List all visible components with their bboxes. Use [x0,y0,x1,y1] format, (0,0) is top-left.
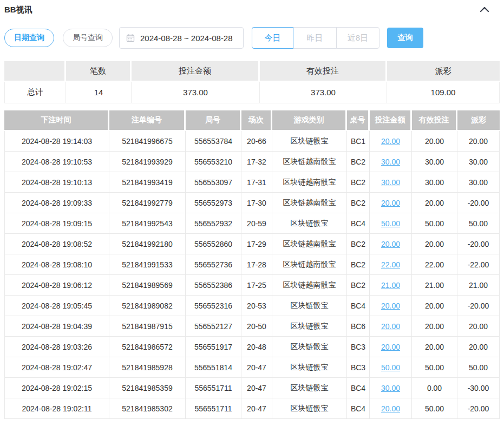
bet-amount-link[interactable]: 20.00 [381,322,400,331]
col-header-round-no: 局号 [186,110,241,131]
cell-bet-amount: 20.00 [370,234,412,254]
page-title: BB视讯 [4,3,32,15]
cell-session: 20-47 [241,398,272,419]
range-today-button[interactable]: 今日 [252,27,293,49]
cell-valid-bet: 22.00 [412,254,457,275]
cell-order-no: 521841992180 [109,234,186,254]
bet-amount-link[interactable]: 30.00 [381,158,400,166]
cell-payout: 21.00 [457,275,500,296]
cell-table-no: BC4 [347,378,370,398]
cell-valid-bet: 50.00 [412,398,457,419]
cell-valid-bet: 21.00 [412,275,457,296]
table-row: 2024-08-28 19:10:13 521841993419 5565530… [4,172,500,193]
summary-total-label: 总计 [4,82,66,103]
cell-table-no: BC1 [347,131,370,152]
bet-amount-link[interactable]: 30.00 [381,384,400,392]
bet-amount-link[interactable]: 21.00 [381,281,400,290]
bet-amount-link[interactable]: 20.00 [381,343,400,351]
table-row: 2024-08-28 19:06:12 521841989569 5565523… [4,275,500,296]
cell-bet-amount: 30.00 [370,378,412,398]
cell-order-no: 521841987915 [109,316,186,337]
cell-game-type: 区块链骰宝 [272,398,347,419]
cell-game-type: 区块链越南骰宝 [272,152,347,172]
summary-col-empty [4,61,66,82]
cell-game-type: 区块链骰宝 [272,213,347,234]
bet-amount-link[interactable]: 30.00 [381,178,400,187]
cell-session: 17-25 [241,275,272,296]
bet-table-body: 2024-08-28 19:14:03 521841996675 5565537… [4,131,500,419]
cell-payout: -20.00 [457,398,500,419]
cell-bet-amount: 30.00 [370,172,412,193]
table-row: 2024-08-28 19:14:03 521841996675 5565537… [4,131,500,152]
cell-table-no: BC2 [347,152,370,172]
cell-order-no: 521841989082 [109,296,186,316]
cell-payout: 20.00 [457,316,500,337]
cell-session: 17-30 [241,193,272,213]
range-last8days-button[interactable]: 近8日 [336,27,379,49]
cell-table-no: BC4 [347,213,370,234]
cell-game-type: 区块链骰宝 [272,316,347,337]
table-row: 2024-08-28 19:09:33 521841992779 5565529… [4,193,500,213]
cell-order-no: 521841992779 [109,193,186,213]
col-header-bet-time: 下注时间 [4,110,109,131]
tab-date-query[interactable]: 日期查询 [4,29,54,47]
cell-session: 20-59 [241,213,272,234]
chevron-up-icon [479,6,490,15]
summary-header-row: 笔数 投注金额 有效投注 派彩 [4,61,500,82]
cell-round-no: 556553097 [186,172,241,193]
col-header-valid-bet: 有效投注 [412,110,457,131]
cell-payout: -30.00 [457,378,500,398]
bet-amount-link[interactable]: 20.00 [381,302,400,310]
cell-payout: -20.00 [457,296,500,316]
bet-amount-link[interactable]: 20.00 [381,240,400,248]
cell-table-no: BC4 [347,296,370,316]
table-row: 2024-08-28 19:04:39 521841987915 5565521… [4,316,500,337]
cell-order-no: 521841985359 [109,378,186,398]
cell-session: 17-29 [241,234,272,254]
cell-order-no: 521841993419 [109,172,186,193]
quick-range-group: 今日 昨日 近8日 [252,27,379,49]
cell-round-no: 556551711 [186,398,241,419]
date-range-input[interactable]: 2024-08-28 ~ 2024-08-28 [119,27,244,49]
cell-bet-amount: 50.00 [370,357,412,378]
summary-table: 笔数 投注金额 有效投注 派彩 总计 14 373.00 373.00 109.… [4,61,500,103]
bet-amount-link[interactable]: 20.00 [381,199,400,207]
cell-session: 20-50 [241,316,272,337]
cell-table-no: BC2 [347,172,370,193]
cell-payout: -20.00 [457,193,500,213]
cell-game-type: 区块链越南骰宝 [272,254,347,275]
bet-table-header-row: 下注时间 注单编号 局号 场次 游戏类别 桌号 投注金额 有效投注 派彩 [4,110,500,131]
summary-col-bet-amount: 投注金额 [132,61,260,82]
cell-round-no: 556552316 [186,296,241,316]
cell-session: 17-28 [241,254,272,275]
search-button[interactable]: 查询 [387,28,423,48]
cell-bet-amount: 21.00 [370,275,412,296]
col-header-bet-amount: 投注金额 [370,110,412,131]
cell-round-no: 556551814 [186,357,241,378]
cell-table-no: BC3 [347,337,370,357]
cell-bet-time: 2024-08-28 19:08:52 [4,234,109,254]
col-header-game-type: 游戏类别 [272,110,347,131]
table-row: 2024-08-28 19:09:15 521841992543 5565529… [4,213,500,234]
bet-amount-link[interactable]: 50.00 [381,219,400,228]
table-row: 2024-08-28 19:10:53 521841993929 5565532… [4,152,500,172]
cell-bet-time: 2024-08-28 19:14:03 [4,131,109,152]
bet-amount-link[interactable]: 20.00 [381,404,400,413]
range-yesterday-button[interactable]: 昨日 [293,27,337,49]
cell-valid-bet: 50.00 [412,213,457,234]
cell-game-type: 区块链越南骰宝 [272,193,347,213]
col-header-table-no: 桌号 [347,110,370,131]
bet-amount-link[interactable]: 20.00 [381,137,400,146]
cell-table-no: BC2 [347,193,370,213]
cell-game-type: 区块链骰宝 [272,131,347,152]
cell-payout: 30.00 [457,172,500,193]
bet-amount-link[interactable]: 50.00 [381,363,400,372]
tab-round-query[interactable]: 局号查询 [63,29,113,47]
summary-total-count: 14 [66,82,132,103]
cell-valid-bet: 20.00 [412,131,457,152]
cell-table-no: BC3 [347,357,370,378]
cell-bet-time: 2024-08-28 19:09:15 [4,213,109,234]
cell-bet-time: 2024-08-28 19:02:15 [4,378,109,398]
collapse-panel-button[interactable] [479,3,500,15]
bet-amount-link[interactable]: 22.00 [381,260,400,269]
